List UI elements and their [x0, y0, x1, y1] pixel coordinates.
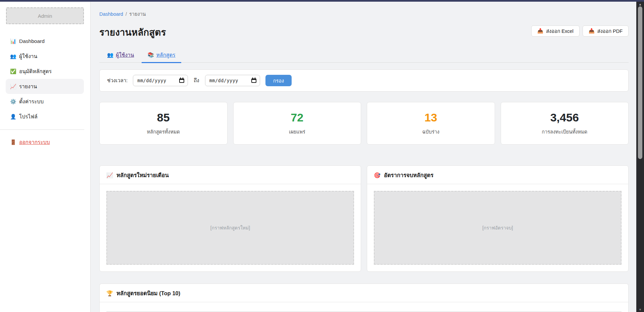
sidebar-item-dashboard[interactable]: 📊 Dashboard	[6, 34, 84, 49]
page-header-row: รายงานหลักสูตร 📥 ส่งออก Excel 📥 ส่งออก P…	[99, 25, 629, 40]
tab-users-label: ผู้ใช้งาน	[116, 51, 134, 59]
chart-card-header: 📈 หลักสูตรใหม่รายเดือน	[100, 166, 361, 184]
tab-bar: 👥 ผู้ใช้งาน 📚 หลักสูตร	[99, 49, 629, 63]
export-excel-label: ส่งออก Excel	[546, 27, 574, 35]
top-courses-title: หลักสูตรยอดนิยม (Top 10)	[116, 289, 180, 298]
filter-card: ช่วงเวลา: mm/dd/yyyy ถึง mm/dd/yyyy กรอง	[99, 69, 629, 92]
download-icon: 📥	[537, 28, 543, 34]
users-icon: 👥	[107, 52, 113, 58]
sidebar-item-label: รายงาน	[19, 82, 37, 91]
main-content: Dashboard/รายงาน รายงานหลักสูตร 📥 ส่งออก…	[91, 2, 636, 312]
sidebar-menu: 📊 Dashboard 👥 ผู้ใช้งาน ✅ อนุมัติหลักสูต…	[0, 34, 90, 124]
stat-label: เผยแพร่	[289, 128, 305, 136]
sidebar-item-profile[interactable]: 👤 โปรไฟล์	[6, 109, 84, 124]
stat-value: 85	[157, 111, 170, 124]
breadcrumb-current: รายงาน	[129, 11, 146, 17]
export-pdf-label: ส่งออก PDF	[597, 27, 623, 35]
stat-card-published: 72 เผยแพร่	[233, 102, 361, 145]
breadcrumb-dashboard-link[interactable]: Dashboard	[99, 11, 123, 17]
stats-row: 85 หลักสูตรทั้งหมด 72 เผยแพร่ 13 ฉบับร่า…	[99, 102, 629, 145]
target-icon: 🎯	[374, 172, 381, 178]
stat-card-total-courses: 85 หลักสูตรทั้งหมด	[99, 102, 228, 145]
date-from-input[interactable]: mm/dd/yyyy	[133, 75, 188, 86]
sidebar-item-settings[interactable]: ⚙️ ตั้งค่าระบบ	[6, 94, 84, 109]
chart-card-completion-rate: 🎯 อัตราการจบหลักสูตร [กราฟอัตราจบ]	[367, 165, 629, 272]
date-to-label: ถึง	[194, 76, 199, 85]
chart-up-icon: 📈	[10, 84, 19, 90]
sidebar-item-label: อนุมัติหลักสูตร	[19, 67, 52, 75]
tab-courses-label: หลักสูตร	[156, 51, 176, 59]
window-top-strip	[0, 0, 644, 2]
top-courses-header: 🏆 หลักสูตรยอดนิยม (Top 10)	[100, 284, 628, 302]
chart-card-new-courses: 📈 หลักสูตรใหม่รายเดือน [กราฟหลักสูตรใหม่…	[99, 165, 361, 272]
stat-label: หลักสูตรทั้งหมด	[147, 128, 180, 136]
users-icon: 👥	[10, 53, 19, 59]
sidebar-item-approve-courses[interactable]: ✅ อนุมัติหลักสูตร	[6, 64, 84, 79]
sidebar-item-label: โปรไฟล์	[19, 112, 38, 121]
scrollbar-thumb[interactable]	[638, 6, 642, 159]
sidebar-item-reports[interactable]: 📈 รายงาน	[6, 79, 84, 94]
chart-title: อัตราการจบหลักสูตร	[384, 171, 434, 179]
date-to-input[interactable]: mm/dd/yyyy	[205, 75, 260, 86]
check-icon: ✅	[10, 68, 19, 74]
admin-logo-text: Admin	[38, 13, 52, 19]
sidebar-item-label: Dashboard	[19, 38, 45, 44]
date-to-value: mm/dd/yyyy	[209, 78, 238, 83]
stat-card-total-enrollments: 3,456 การลงทะเบียนทั้งหมด	[501, 102, 629, 145]
admin-logo-placeholder: Admin	[6, 7, 84, 24]
logout-link[interactable]: 🚪 ออกจากระบบ	[0, 138, 90, 146]
page-title: รายงานหลักสูตร	[99, 25, 531, 40]
trophy-icon: 🏆	[106, 290, 113, 297]
export-pdf-button[interactable]: 📥 ส่งออก PDF	[583, 25, 629, 37]
stat-value: 72	[291, 111, 303, 124]
chart-card-header: 🎯 อัตราการจบหลักสูตร	[367, 166, 628, 184]
placeholder-text: [กราฟอัตราจบ]	[482, 224, 513, 231]
sidebar-item-label: ผู้ใช้งาน	[19, 52, 37, 60]
date-from-value: mm/dd/yyyy	[137, 78, 166, 83]
vertical-scrollbar[interactable]: ▲ ▼	[636, 2, 644, 312]
calendar-icon[interactable]	[179, 79, 184, 83]
chart-up-icon: 📈	[106, 172, 113, 178]
gear-icon: ⚙️	[10, 99, 19, 105]
breadcrumb: Dashboard/รายงาน	[99, 10, 629, 18]
sidebar: Admin 📊 Dashboard 👥 ผู้ใช้งาน ✅ อนุมัติห…	[0, 2, 91, 312]
calendar-icon[interactable]	[251, 79, 256, 83]
date-range-label: ช่วงเวลา:	[107, 76, 128, 85]
stat-value: 3,456	[550, 111, 579, 124]
books-icon: 📚	[147, 52, 154, 58]
tab-users[interactable]: 👥 ผู้ใช้งาน	[101, 49, 140, 63]
breadcrumb-separator: /	[126, 11, 127, 17]
completion-rate-chart-placeholder: [กราฟอัตราจบ]	[374, 191, 622, 265]
filter-button[interactable]: กรอง	[265, 75, 292, 86]
door-icon: 🚪	[10, 139, 19, 145]
scrollbar-down-arrow[interactable]: ▼	[636, 308, 644, 311]
profile-icon: 👤	[10, 114, 19, 120]
bar-chart-icon: 📊	[10, 38, 19, 44]
placeholder-text: [กราฟหลักสูตรใหม่]	[210, 224, 250, 231]
charts-row: 📈 หลักสูตรใหม่รายเดือน [กราฟหลักสูตรใหม่…	[99, 165, 629, 272]
new-courses-chart-placeholder: [กราฟหลักสูตรใหม่]	[106, 191, 354, 265]
stat-label: ฉบับร่าง	[422, 128, 439, 136]
export-buttons: 📥 ส่งออก Excel 📥 ส่งออก PDF	[531, 25, 629, 37]
sidebar-item-label: ตั้งค่าระบบ	[19, 97, 44, 106]
chart-title: หลักสูตรใหม่รายเดือน	[116, 171, 169, 179]
app-layout: Admin 📊 Dashboard 👥 ผู้ใช้งาน ✅ อนุมัติห…	[0, 2, 644, 312]
stat-value: 13	[425, 111, 437, 124]
stat-card-drafts: 13 ฉบับร่าง	[367, 102, 495, 145]
top-courses-card: 🏆 หลักสูตรยอดนิยม (Top 10)	[99, 283, 629, 312]
tab-courses[interactable]: 📚 หลักสูตร	[142, 49, 181, 63]
sidebar-item-users[interactable]: 👥 ผู้ใช้งาน	[6, 49, 84, 64]
download-icon: 📥	[589, 28, 595, 34]
scrollbar-up-arrow[interactable]: ▲	[636, 3, 644, 6]
stat-label: การลงทะเบียนทั้งหมด	[542, 128, 587, 136]
sidebar-divider	[0, 129, 84, 130]
logout-label: ออกจากระบบ	[19, 138, 50, 146]
export-excel-button[interactable]: 📥 ส่งออก Excel	[531, 25, 580, 37]
